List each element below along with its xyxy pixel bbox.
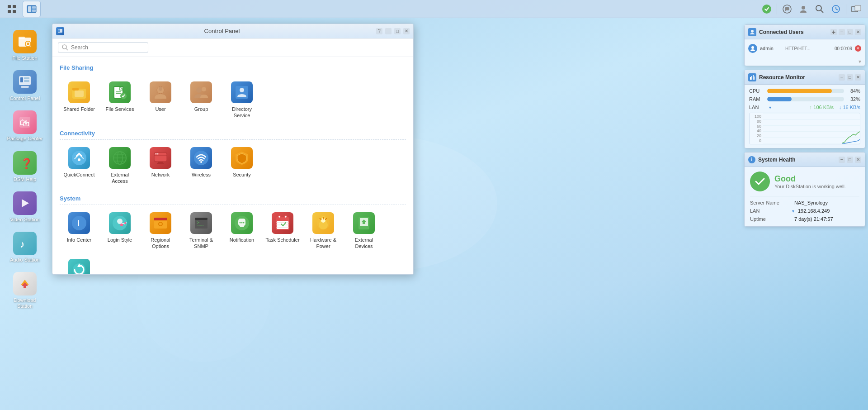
wireless-label: Wireless [192, 172, 211, 178]
cpu-label: CPU [749, 88, 764, 94]
cp-item-file-services[interactable]: File Services [100, 78, 139, 123]
desktop-icon-file-station[interactable]: File Station [4, 27, 46, 64]
connected-users-add-btn[interactable]: + [830, 29, 837, 35]
cp-item-group[interactable]: Group [182, 78, 221, 123]
cp-item-wireless[interactable]: Wireless [182, 143, 221, 188]
file-services-label: File Services [106, 106, 134, 112]
svg-point-81 [159, 223, 162, 225]
search-icon[interactable] [813, 3, 826, 15]
resource-monitor-maximize-btn[interactable]: □ [847, 74, 853, 81]
notification-label: Notification [230, 237, 254, 243]
cp-search-box[interactable] [58, 42, 148, 53]
cp-item-notification[interactable]: Notification [222, 209, 261, 253]
user-icon[interactable] [797, 3, 810, 15]
health-status-row: Good Your DiskStation is working well. [750, 172, 859, 191]
resource-monitor-minimize-btn[interactable]: − [839, 74, 845, 81]
desktop-icon-download-station[interactable]: Download Station [4, 269, 46, 312]
svg-marker-31 [22, 199, 29, 207]
svg-point-49 [159, 86, 162, 91]
connectivity-items: QuickConnect External Access [60, 143, 406, 188]
connected-users-title: Connected Users [759, 29, 828, 35]
cpu-bar-fill [767, 89, 832, 93]
desktop-icon-control-panel[interactable]: Control Panel [4, 67, 46, 104]
user-label: User [155, 106, 165, 112]
cp-item-directory-service[interactable]: Directory Service [222, 78, 261, 123]
lan-chevron[interactable]: ▾ [769, 105, 771, 110]
shared-folder-icon [68, 81, 90, 103]
system-health-panel-icon: i [748, 156, 755, 163]
cp-item-task-scheduler[interactable]: Task Scheduler [263, 209, 302, 253]
cp-item-external-devices[interactable]: External Devices [344, 209, 383, 253]
cp-maximize-button[interactable]: □ [394, 28, 401, 34]
desktop-icon-package-center[interactable]: 🛍 Package Center [4, 108, 46, 144]
desktop-icon-audio-station[interactable]: ♪ Audio Station [4, 229, 46, 266]
svg-rect-91 [276, 218, 289, 221]
resource-monitor-titlebar: Resource Monitor − □ ✕ [745, 70, 865, 85]
control-panel-taskbar-button[interactable] [23, 1, 41, 17]
notifications-icon[interactable] [760, 3, 773, 15]
cp-item-hardware-power[interactable]: Hardware & Power [304, 209, 343, 253]
cp-item-network[interactable]: Network [141, 143, 180, 188]
cp-item-shared-folder[interactable]: Shared Folder [60, 78, 99, 123]
resource-monitor-content: CPU 84% RAM 32% LAN ▾ ↑ 106 KB/s ↓ 16 KB… [745, 85, 865, 148]
multiwindow-icon[interactable] [850, 3, 863, 15]
shared-folder-label: Shared Folder [63, 106, 95, 112]
system-health-close-btn[interactable]: ✕ [855, 157, 861, 163]
system-health-minimize-btn[interactable]: − [839, 157, 845, 163]
apps-grid-button[interactable] [3, 1, 21, 17]
cp-item-regional-options[interactable]: Regional Options [141, 209, 180, 253]
system-health-maximize-btn[interactable]: □ [847, 157, 853, 163]
notification-icon [231, 212, 253, 234]
security-label: Security [233, 172, 251, 178]
svg-point-11 [816, 5, 821, 11]
lan-row: LAN ▾ ↑ 106 KB/s ↓ 16 KB/s [749, 105, 860, 110]
connected-users-collapse[interactable]: ▾ [745, 57, 865, 66]
taskbar [0, 0, 868, 18]
lan-detail-chevron[interactable]: ▾ [792, 209, 794, 214]
svg-rect-2 [8, 10, 11, 13]
cp-item-external-access[interactable]: External Access [100, 143, 139, 188]
regional-options-icon [150, 212, 171, 234]
lan-up: ↑ 106 KB/s [810, 105, 834, 110]
cp-minimize-button[interactable]: − [385, 28, 392, 34]
resource-monitor-winctrls: − □ ✕ [839, 74, 861, 81]
quickconnect-icon [68, 147, 90, 169]
external-devices-icon [353, 212, 375, 234]
cpu-bar-bg [767, 89, 844, 93]
chat-icon[interactable] [781, 3, 793, 15]
regional-options-label: Regional Options [143, 237, 178, 250]
cp-close-button[interactable]: ✕ [403, 28, 410, 34]
cp-item-quickconnect[interactable]: QuickConnect [60, 143, 99, 188]
clock-icon[interactable] [830, 3, 842, 15]
cp-item-terminal-snmp[interactable]: >_ Terminal & SNMP [182, 209, 221, 253]
user-disconnect-btn[interactable]: ✕ [855, 45, 861, 52]
lan-detail-row: LAN ▾ 192.168.4.249 [750, 208, 859, 214]
svg-rect-27 [21, 86, 29, 88]
login-style-icon [109, 212, 131, 234]
desktop-icon-dsm-help[interactable]: ❓ DSM Help [4, 148, 46, 185]
system-health-winctrls: − □ ✕ [839, 157, 861, 163]
terminal-snmp-label: Terminal & SNMP [184, 237, 219, 250]
external-access-icon [109, 147, 131, 169]
health-good-label: Good [774, 174, 846, 184]
desktop-icon-video-station[interactable]: Video Station [4, 189, 46, 225]
cp-item-security[interactable]: Security [222, 143, 261, 188]
cp-item-login-style[interactable]: Login Style [100, 209, 139, 253]
cp-item-update-restore[interactable]: Update & Restore [60, 255, 99, 274]
cp-item-user[interactable]: User [141, 78, 180, 123]
task-scheduler-label: Task Scheduler [265, 237, 299, 243]
search-input[interactable] [71, 44, 139, 51]
resource-monitor-close-btn[interactable]: ✕ [855, 74, 861, 81]
svg-text:♪: ♪ [20, 238, 25, 250]
svg-rect-137 [754, 76, 755, 80]
svg-rect-136 [753, 75, 754, 80]
cp-help-button[interactable]: ? [376, 28, 382, 34]
chart-labels: 100 80 60 40 20 0 [750, 113, 762, 144]
system-items: i Info Center Login Style [60, 209, 406, 274]
connected-users-minimize-btn[interactable]: − [839, 29, 845, 35]
section-title-file-sharing: File Sharing [60, 61, 406, 74]
cp-item-info-center[interactable]: i Info Center [60, 209, 99, 253]
info-center-label: Info Center [67, 237, 91, 243]
connected-users-maximize-btn[interactable]: □ [847, 29, 853, 35]
connected-users-close-btn[interactable]: ✕ [855, 29, 861, 35]
